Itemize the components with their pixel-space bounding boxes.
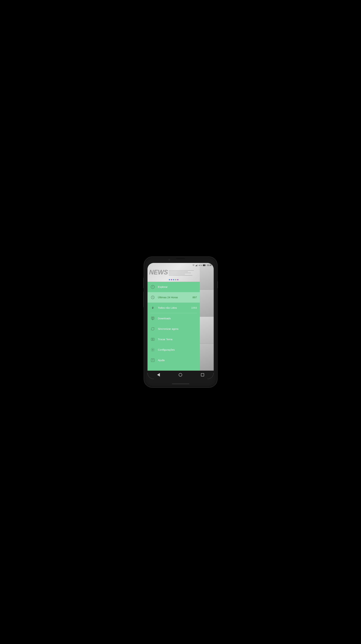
drawer-header-lines: [168, 269, 200, 276]
dot-2: [171, 279, 172, 280]
menu-item-explorar[interactable]: Explorar: [148, 282, 200, 292]
home-icon: [179, 373, 182, 376]
svg-rect-14: [152, 318, 154, 318]
ajuda-label: Ajuda: [158, 359, 197, 362]
sync-icon: [150, 326, 155, 331]
navigation-bar: [148, 371, 214, 379]
clock-icon: [150, 295, 155, 300]
menu-items: Explorar Últimas 24 Horas: [148, 282, 200, 371]
battery-percent: 85 %: [199, 264, 202, 266]
dot-4: [175, 279, 176, 280]
ultimas24h-badge: 897: [192, 296, 197, 299]
drawer-news-logo: NEWS: [148, 269, 168, 276]
svg-rect-15: [152, 318, 154, 318]
configuracoes-label: Configurações: [158, 348, 197, 351]
menu-item-ultimas24h[interactable]: Últimas 24 Horas 897: [148, 292, 200, 302]
svg-rect-0: [196, 266, 196, 266]
trocar-tema-label: Trocar Tema: [158, 338, 197, 341]
screen-content: NEWS ⋮: [148, 263, 214, 371]
thumb-4: [200, 344, 214, 371]
sincronizar-label: Sincronizar agora: [158, 327, 197, 330]
phone-camera: [168, 259, 170, 261]
svg-marker-9: [152, 287, 153, 288]
signal-icon: [195, 264, 198, 266]
wifi-icon: [192, 264, 195, 266]
dot-3: [173, 279, 174, 280]
status-bar: 85 % 11:28: [148, 263, 214, 268]
svg-rect-5: [205, 265, 206, 266]
menu-item-todos[interactable]: Todos não Lidos 1093: [148, 302, 200, 313]
status-bar-right: 85 % 11:28: [192, 264, 211, 266]
phone-bottom: [172, 380, 189, 387]
menu-item-downloads[interactable]: Downloads: [148, 313, 200, 324]
recents-icon: [201, 373, 204, 376]
gear-icon: [150, 347, 155, 352]
svg-marker-8: [152, 286, 153, 287]
menu-item-trocar-tema[interactable]: Trocar Tema: [148, 334, 200, 344]
menu-item-configuracoes[interactable]: Configurações: [148, 344, 200, 355]
banner-dots: [169, 279, 178, 280]
phone-speaker: [176, 258, 185, 259]
svg-rect-3: [197, 264, 197, 266]
svg-line-12: [153, 298, 153, 298]
navigation-drawer: NEWS: [148, 263, 200, 371]
help-icon: ?: [150, 358, 155, 363]
svg-text:?: ?: [152, 359, 153, 362]
phone-device: 85 % 11:28 NEWS ⋮: [144, 257, 217, 387]
menu-item-sincronizar[interactable]: Sincronizar agora: [148, 324, 200, 334]
back-button[interactable]: [154, 371, 163, 378]
thumb-2: [200, 290, 214, 317]
svg-rect-2: [197, 265, 197, 266]
back-icon: [157, 373, 160, 376]
phone-bottom-bar: [172, 384, 189, 384]
todos-badge: 1093: [191, 306, 197, 309]
svg-point-19: [152, 349, 153, 350]
clock-time: 11:28: [207, 264, 212, 266]
dot-1: [169, 279, 170, 280]
dot-5: [177, 279, 178, 280]
battery-icon: [203, 264, 206, 266]
svg-rect-6: [203, 265, 205, 266]
phone-screen: 85 % 11:28 NEWS ⋮: [148, 263, 214, 379]
download-icon: [150, 316, 155, 321]
right-thumbnails: [200, 263, 214, 371]
explorar-label: Explorar: [158, 285, 197, 288]
home-button[interactable]: [176, 371, 185, 378]
compass-icon: [150, 284, 155, 289]
todos-label: Todos não Lidos: [158, 306, 191, 309]
theme-icon: [150, 337, 155, 342]
ultimas24h-label: Últimas 24 Horas: [158, 296, 193, 299]
recents-button[interactable]: [198, 371, 207, 378]
downloads-label: Downloads: [158, 317, 197, 320]
thumb-3: [200, 317, 214, 344]
fire-icon: [150, 306, 155, 310]
svg-rect-1: [196, 265, 196, 266]
screen: 85 % 11:28 NEWS ⋮: [148, 263, 214, 379]
menu-item-ajuda[interactable]: ? Ajuda: [148, 355, 200, 366]
